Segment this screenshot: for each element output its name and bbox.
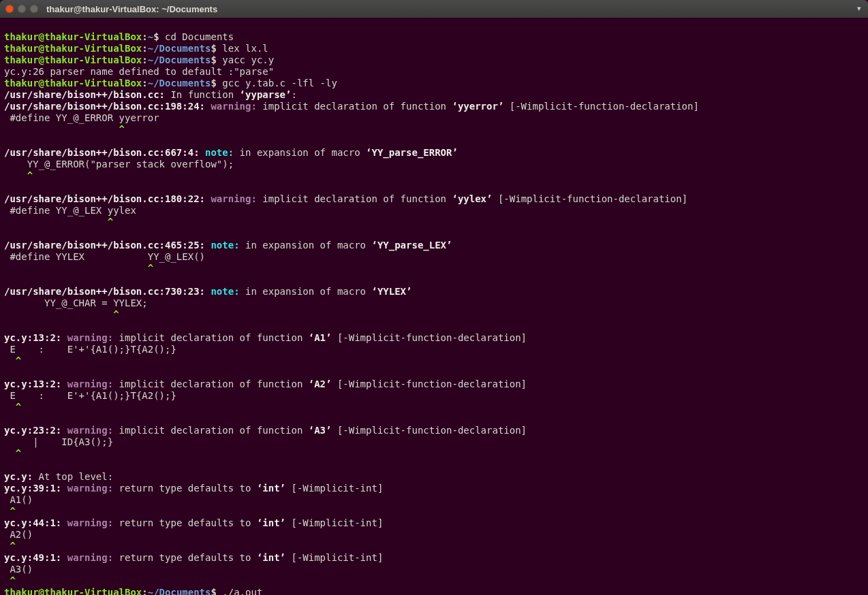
- gcc-loc: /usr/share/bison++/bison.cc:: [4, 89, 165, 100]
- menu-chevron-down-icon[interactable]: ▾: [857, 4, 861, 13]
- minimize-icon[interactable]: [18, 5, 26, 13]
- caret-marker: ^: [4, 124, 125, 135]
- terminal-output[interactable]: thakur@thakur-VirtualBox:~$ cd Documents…: [0, 18, 868, 595]
- terminal-window: thakur@thakur-VirtualBox: ~/Documents ▾ …: [0, 0, 868, 595]
- window-title: thakur@thakur-VirtualBox: ~/Documents: [46, 4, 217, 14]
- warning-label: warning:: [205, 101, 262, 112]
- note-label: note:: [200, 147, 240, 158]
- cmd-gcc: gcc y.tab.c -lfl -ly: [222, 78, 337, 89]
- prompt-user: thakur@thakur-VirtualBox: [4, 31, 142, 42]
- prompt-user: thakur@thakur-VirtualBox: [4, 43, 142, 54]
- gcc-source-line: #define YY_@_ERROR yyerror: [4, 112, 159, 123]
- titlebar[interactable]: thakur@thakur-VirtualBox: ~/Documents ▾: [0, 0, 868, 18]
- prompt-sep: :: [142, 31, 147, 42]
- close-icon[interactable]: [5, 5, 14, 13]
- prompt-path: ~/Documents: [148, 43, 211, 54]
- cmd-yacc: yacc yc.y: [222, 54, 274, 65]
- cmd-cd: cd Documents: [165, 31, 234, 42]
- prompt-dollar: $: [153, 31, 165, 42]
- yacc-output: yc.y:26 parser name defined to default :…: [4, 66, 274, 77]
- cmd-run: ./a.out: [222, 587, 262, 595]
- cmd-lex: lex lx.l: [222, 43, 268, 54]
- prompt-path: ~: [148, 31, 153, 42]
- maximize-icon[interactable]: [30, 5, 38, 13]
